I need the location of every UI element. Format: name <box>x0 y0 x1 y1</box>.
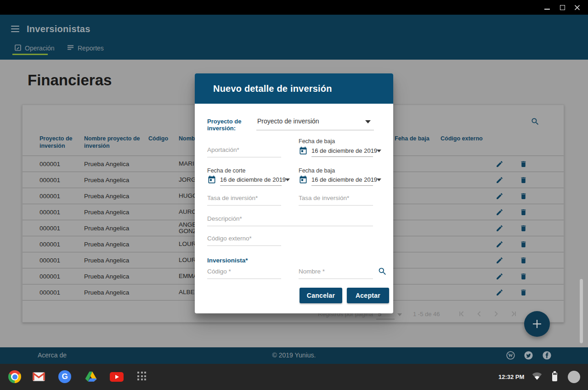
tasa-inversion-right-input[interactable] <box>299 191 373 206</box>
proyecto-label: Proyecto de inversión: <box>207 118 258 132</box>
tab-label: Operación <box>25 45 55 52</box>
first-page-icon[interactable] <box>458 310 466 318</box>
edit-icon[interactable] <box>496 176 503 184</box>
active-tab-underline <box>12 54 48 55</box>
column-header: Código <box>148 132 179 150</box>
descripcion-input[interactable] <box>207 212 373 226</box>
shelf: G 12:32 PM <box>0 364 588 390</box>
proyecto-select-value: Proyecto de inversión <box>257 117 319 125</box>
maximize-icon[interactable] <box>559 4 566 11</box>
codigo-externo-input[interactable] <box>207 231 281 246</box>
fecha-baja-top-field[interactable]: 16 de diciembre de 2019 <box>299 146 382 157</box>
proyecto-select[interactable]: Proyecto de inversión <box>257 117 375 132</box>
column-header: Nombre proyecto de inversión <box>84 132 148 150</box>
close-icon[interactable] <box>573 4 581 11</box>
chevron-down-icon <box>365 120 371 123</box>
cell-proyecto: 000001 <box>40 177 84 184</box>
fecha-baja-bottom-field[interactable]: 16 de diciembre de 2019 <box>299 175 382 186</box>
edit-icon[interactable] <box>496 192 503 200</box>
clock: 12:32 PM <box>498 373 524 380</box>
delete-icon[interactable] <box>520 256 527 264</box>
cell-nombre-proyecto: Prueba Angelica <box>84 241 148 248</box>
edit-icon[interactable] <box>496 208 503 216</box>
delete-icon[interactable] <box>520 224 527 232</box>
edit-icon[interactable] <box>496 240 503 248</box>
chrome-icon[interactable] <box>8 370 21 383</box>
twitter-icon[interactable] <box>524 351 533 360</box>
delete-icon[interactable] <box>520 208 527 216</box>
tab-operacion[interactable]: Operación <box>15 43 55 53</box>
calendar-icon <box>207 175 216 184</box>
footer: Acerca de © 2019 Yunius. W <box>0 347 588 364</box>
edit-icon[interactable] <box>496 160 503 168</box>
page-size-dropdown-icon[interactable] <box>397 313 402 316</box>
youtube-icon[interactable] <box>110 372 124 384</box>
dialog-header: Nuevo detalle de inversión <box>195 73 393 104</box>
delete-icon[interactable] <box>520 273 527 280</box>
delete-icon[interactable] <box>520 192 527 200</box>
next-page-icon[interactable] <box>492 310 500 318</box>
fecha-baja-bottom-value: 16 de diciembre de 2019 <box>311 176 377 183</box>
chevron-down-icon <box>377 150 381 152</box>
facebook-icon[interactable] <box>543 351 551 360</box>
minimize-icon[interactable] <box>543 4 551 11</box>
cell-nombre-proyecto: Prueba Angelica <box>84 273 148 280</box>
inversionista-nombre-input[interactable] <box>299 264 373 279</box>
wifi-icon <box>532 372 542 382</box>
fecha-corte-field[interactable]: 16 de diciembre de 2019 <box>207 175 291 186</box>
pagination-range: 1 -5 de 46 <box>413 311 440 318</box>
cell-proyecto: 000001 <box>40 257 84 264</box>
fecha-corte-label: Fecha de corte <box>207 167 245 174</box>
cell-nombre-proyecto: Prueba Angelica <box>84 257 148 264</box>
tasa-inversion-left-input[interactable] <box>207 191 281 206</box>
wordpress-icon[interactable]: W <box>506 351 515 360</box>
cell-proyecto: 000001 <box>40 209 84 216</box>
delete-icon[interactable] <box>520 160 527 168</box>
add-button[interactable] <box>524 311 550 337</box>
inversionista-codigo-input[interactable] <box>207 264 281 279</box>
chevron-down-icon <box>377 178 381 181</box>
cancel-button[interactable]: Cancelar <box>300 288 342 303</box>
delete-icon[interactable] <box>520 176 527 184</box>
app-title: Inversionistas <box>27 24 90 34</box>
svg-text:W: W <box>508 353 513 358</box>
edit-icon[interactable] <box>496 289 503 296</box>
edit-icon[interactable] <box>496 256 503 264</box>
delete-icon[interactable] <box>520 289 527 296</box>
page-size-underline <box>376 319 395 319</box>
screen: Inversionistas Operación Reportes Financ… <box>0 0 588 390</box>
cell-proyecto: 000001 <box>40 161 84 167</box>
column-header: Feha de baja <box>395 132 441 150</box>
cell-proyecto: 000001 <box>40 273 84 280</box>
hamburger-icon[interactable] <box>11 26 19 32</box>
edit-icon[interactable] <box>496 273 503 280</box>
gmail-icon[interactable] <box>33 372 45 383</box>
prev-page-icon[interactable] <box>475 310 483 318</box>
cell-nombre-proyecto: Prueba Angelica <box>84 225 148 232</box>
cell-nombre-proyecto: Prueba Angelica <box>84 209 148 216</box>
search-icon[interactable] <box>378 267 387 276</box>
search-icon[interactable] <box>531 117 540 126</box>
drive-icon[interactable] <box>85 371 97 384</box>
google-icon[interactable]: G <box>58 370 71 383</box>
copyright-text: © 2019 Yunius. <box>0 351 588 359</box>
app-launcher-icon[interactable] <box>137 372 146 380</box>
last-page-icon[interactable] <box>509 310 518 318</box>
delete-icon[interactable] <box>520 240 527 248</box>
app-bar: Inversionistas Operación Reportes <box>0 15 588 60</box>
edit-box-icon <box>15 45 21 52</box>
edit-icon[interactable] <box>496 224 503 232</box>
account-avatar <box>568 371 580 383</box>
fecha-baja-bottom-label: Fecha de baja <box>299 167 335 174</box>
battery-icon <box>552 371 557 382</box>
aportacion-input[interactable] <box>207 143 281 157</box>
cell-proyecto: 000001 <box>40 225 84 232</box>
inversionista-label: Inversionista* <box>207 257 248 264</box>
nuevo-detalle-dialog: Nuevo detalle de inversión Proyecto de i… <box>195 73 393 313</box>
accept-button[interactable]: Aceptar <box>347 288 389 303</box>
cell-proyecto: 000001 <box>40 289 84 296</box>
scrollbar-thumb[interactable] <box>580 279 583 343</box>
tab-reportes[interactable]: Reportes <box>68 43 104 53</box>
system-tray[interactable] <box>528 368 583 386</box>
plus-icon <box>533 320 541 328</box>
